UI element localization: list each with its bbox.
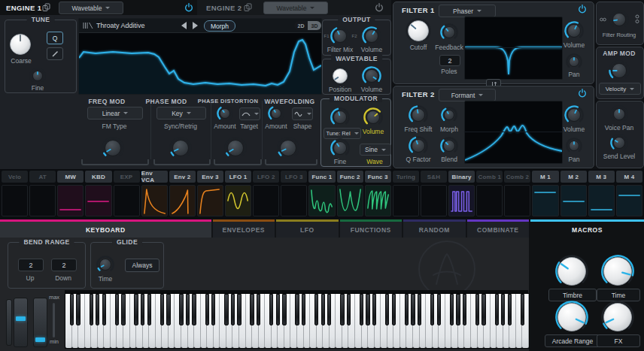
- piano-black-key[interactable]: [481, 294, 485, 325]
- mod-source-thumb-env-3[interactable]: [197, 185, 223, 216]
- blend-knob[interactable]: [440, 137, 458, 158]
- filter1-type-dropdown[interactable]: Phaser: [439, 5, 496, 17]
- view-3d-button[interactable]: 3D: [308, 21, 321, 30]
- mod-slider-2[interactable]: [33, 298, 47, 347]
- wavefolding-shape-dropdown[interactable]: [292, 107, 313, 120]
- piano-black-key[interactable]: [463, 294, 466, 325]
- piano-black-key[interactable]: [340, 294, 344, 325]
- tab-functions[interactable]: FUNCTIONS: [340, 219, 402, 238]
- piano-black-key[interactable]: [314, 294, 318, 325]
- piano-black-key[interactable]: [160, 294, 164, 325]
- mod-source-tab-m-1[interactable]: M 1: [532, 171, 558, 183]
- engine1-power-icon[interactable]: [184, 3, 193, 12]
- mod-source-thumb-at[interactable]: [29, 185, 56, 216]
- mod-source-tab-env-2[interactable]: Env 2: [169, 171, 196, 183]
- piano-black-key[interactable]: [205, 294, 209, 325]
- piano-black-key[interactable]: [475, 294, 479, 325]
- mod-slider-2-handle[interactable]: [35, 337, 45, 342]
- view-2d-button[interactable]: 2D: [294, 21, 308, 30]
- piano-black-key[interactable]: [141, 294, 144, 325]
- mod-source-thumb-m-4[interactable]: [616, 185, 642, 216]
- piano-black-key[interactable]: [231, 294, 235, 325]
- engine2-type-dropdown[interactable]: Wavetable: [263, 2, 328, 14]
- macro-time-knob[interactable]: [601, 255, 634, 291]
- mod-source-thumb-s-h[interactable]: [421, 185, 447, 216]
- fm-type-dropdown[interactable]: Linear: [87, 107, 143, 120]
- mod-source-thumb-env-vca[interactable]: [141, 185, 168, 216]
- piano-black-key[interactable]: [321, 294, 325, 325]
- glide-time-knob[interactable]: [96, 256, 114, 277]
- mod-source-thumb-kbd[interactable]: [85, 185, 111, 216]
- mod-source-tab-s-h[interactable]: S&H: [421, 171, 447, 183]
- piano-black-key[interactable]: [405, 294, 409, 325]
- tab-envelopes[interactable]: ENVELOPES: [213, 219, 275, 238]
- mod-source-thumb-env-2[interactable]: [169, 185, 196, 216]
- engine1-header[interactable]: ENGINE 1 Wavetable: [0, 0, 197, 15]
- send-level-knob[interactable]: [610, 134, 628, 155]
- piano-black-key[interactable]: [495, 294, 499, 325]
- piano-black-key[interactable]: [211, 294, 215, 325]
- filter2-type-dropdown[interactable]: Formant: [439, 89, 496, 101]
- piano-black-key[interactable]: [90, 294, 93, 325]
- freq-shift-knob[interactable]: [409, 105, 428, 128]
- wavetable-name[interactable]: Throaty Additive: [96, 22, 145, 29]
- piano-black-key[interactable]: [347, 294, 351, 325]
- piano-black-key[interactable]: [437, 294, 441, 325]
- mod-source-tab-comb-1[interactable]: Comb 1: [476, 171, 503, 183]
- tab-random[interactable]: RANDOM: [403, 219, 466, 238]
- filter2-pan-knob[interactable]: [566, 138, 582, 157]
- engine2-power-icon[interactable]: [375, 3, 384, 12]
- mod-source-tab-lfo-1[interactable]: LFO 1: [225, 171, 251, 183]
- piano-black-key[interactable]: [276, 294, 280, 325]
- coarse-knob[interactable]: [8, 32, 33, 60]
- piano-black-key[interactable]: [121, 294, 125, 325]
- voice-pan-knob[interactable]: [610, 105, 628, 126]
- mod-source-tab-m-3[interactable]: M 3: [588, 171, 615, 183]
- mod-source-tab-m-4[interactable]: M 4: [616, 171, 642, 183]
- mod-source-thumb-comb-2[interactable]: [504, 185, 530, 216]
- mod-source-thumb-m-3[interactable]: [588, 185, 615, 216]
- piano-black-key[interactable]: [456, 294, 460, 325]
- amp-mod-source-dropdown[interactable]: Velocity: [599, 83, 641, 95]
- mod-source-thumb-lfo-2[interactable]: [253, 185, 279, 216]
- phase-distortion-knob[interactable]: [224, 137, 247, 162]
- piano-black-key[interactable]: [295, 294, 299, 325]
- filter-routing-knob[interactable]: [609, 10, 629, 32]
- modulator-wave-dropdown[interactable]: Sine: [360, 144, 391, 156]
- piano-black-key[interactable]: [411, 294, 415, 325]
- piano-black-key[interactable]: [76, 294, 80, 325]
- mod-source-tab-velo[interactable]: Velo: [2, 171, 28, 183]
- mod-source-thumb-velo[interactable]: [2, 185, 28, 216]
- cutoff-knob[interactable]: [406, 18, 431, 47]
- morph-knob[interactable]: [441, 107, 457, 126]
- mod-source-thumb-m-1[interactable]: [532, 185, 558, 216]
- morph-button[interactable]: Morph: [204, 20, 235, 32]
- mod-source-tab-func-3[interactable]: Func 3: [365, 171, 391, 183]
- filter2-volume-knob[interactable]: [564, 105, 584, 128]
- piano-black-key[interactable]: [372, 294, 376, 325]
- filter1-power-icon[interactable]: [578, 5, 587, 14]
- mod-source-thumb-lfo-1[interactable]: [225, 185, 251, 216]
- prev-wavetable-icon[interactable]: [181, 22, 187, 29]
- piano-black-key[interactable]: [250, 294, 254, 325]
- piano-black-key[interactable]: [147, 294, 151, 325]
- mod-source-tab-func-2[interactable]: Func 2: [337, 171, 363, 183]
- range-indicator[interactable]: [53, 303, 55, 337]
- mod-source-thumb-func-1[interactable]: [308, 185, 335, 216]
- quantize-button[interactable]: Q: [47, 32, 63, 44]
- piano-black-key[interactable]: [102, 294, 106, 325]
- bend-up-value[interactable]: 2: [18, 259, 44, 271]
- mod-source-thumb-turing[interactable]: [393, 185, 419, 216]
- piano-black-key[interactable]: [430, 294, 434, 325]
- macro-fx-knob[interactable]: [601, 301, 634, 337]
- engine2-header[interactable]: ENGINE 2 Wavetable: [197, 0, 391, 15]
- mod-source-tab-comb-2[interactable]: Comb 2: [504, 171, 530, 183]
- piano-black-key[interactable]: [269, 294, 273, 325]
- phase-distortion-target-dropdown[interactable]: [239, 107, 260, 120]
- piano-black-key[interactable]: [302, 294, 305, 325]
- piano-black-key[interactable]: [179, 294, 183, 325]
- next-wavetable-icon[interactable]: [193, 22, 198, 29]
- piano-black-key[interactable]: [257, 294, 260, 325]
- mod-slider-1-handle[interactable]: [16, 316, 26, 321]
- piano-black-key[interactable]: [501, 294, 505, 325]
